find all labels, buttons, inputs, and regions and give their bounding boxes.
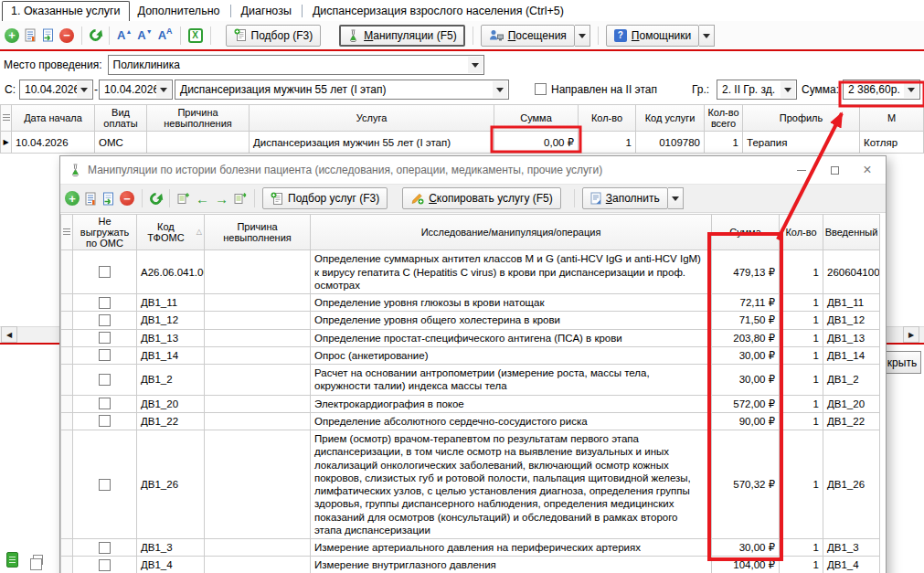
omit-oms-checkbox[interactable] xyxy=(99,266,111,278)
scroll-right-button[interactable]: ▶ xyxy=(903,326,919,343)
col-header[interactable]: Сумма xyxy=(494,105,579,132)
manipulation-row[interactable]: ДВ1_20 Электрокардиография в покое 572,0… xyxy=(60,396,880,413)
col-header[interactable]: Услуга xyxy=(250,105,494,132)
delete-icon[interactable]: − xyxy=(59,28,74,43)
save-icon[interactable] xyxy=(101,192,114,206)
arrow-left-icon[interactable]: ← xyxy=(196,192,209,206)
visits-dropdown-button[interactable] xyxy=(575,25,590,47)
col-header[interactable]: Кол-во всего xyxy=(705,105,743,132)
visits-button[interactable]: Посещения xyxy=(481,25,575,47)
service-row[interactable]: ▶ 10.04.2026 ОМС Диспансеризация мужчин … xyxy=(0,132,924,154)
manipulation-row[interactable]: ДВ1_22 Определение абсолютного сердечно-… xyxy=(60,413,880,430)
manipulation-row[interactable]: ДВ1_14 Опрос (анкетирование) 30,00 ₽ 1 Д… xyxy=(60,347,880,365)
tab-additional[interactable]: Дополнительно xyxy=(130,2,228,21)
col-header-sorted[interactable]: Код ТФОМС△ xyxy=(137,215,205,250)
manipulation-row[interactable]: ДВ1_12 Определение уровня общего холесте… xyxy=(60,312,880,329)
add-icon[interactable]: + xyxy=(65,191,80,206)
maximize-button[interactable] xyxy=(818,157,851,183)
minimize-button[interactable] xyxy=(785,157,818,183)
refresh-icon[interactable] xyxy=(87,27,103,43)
chevron-down-icon[interactable] xyxy=(156,81,171,98)
omit-oms-checkbox[interactable] xyxy=(99,349,111,361)
close-button[interactable]: × xyxy=(851,157,884,183)
col-header[interactable]: Исследование/манипуляция/операция xyxy=(311,215,712,250)
group-combobox[interactable]: 2. II Гр. зд. xyxy=(717,80,797,100)
col-header[interactable]: Дата начала xyxy=(12,105,95,132)
notebook-icon[interactable] xyxy=(6,552,18,568)
tab-services[interactable]: 1. Оказанные услуги xyxy=(2,1,130,21)
edit-icon[interactable] xyxy=(85,192,96,206)
helpers-dropdown-button[interactable] xyxy=(699,25,715,47)
helpers-button[interactable]: ? Помощники xyxy=(606,25,699,47)
manipulation-row[interactable]: ДВ1_2 Расчет на основании антропометрии … xyxy=(60,365,880,396)
col-header[interactable]: Кол-во xyxy=(780,215,823,250)
chevron-down-icon[interactable] xyxy=(904,81,919,98)
refresh-icon[interactable] xyxy=(147,190,164,207)
col-header[interactable]: Вид оплаты xyxy=(95,105,147,132)
col-header[interactable]: М xyxy=(860,105,924,132)
col-header[interactable]: Код услуги xyxy=(636,105,705,132)
omit-oms-checkbox[interactable] xyxy=(99,332,111,344)
omit-oms-checkbox[interactable] xyxy=(99,415,111,427)
excel-export-icon[interactable]: X xyxy=(188,28,203,43)
tab-diagnoses[interactable]: Диагнозы xyxy=(233,2,300,21)
sum-combobox[interactable]: 2 386,60р. xyxy=(843,80,920,100)
font-shrink-icon[interactable]: A▼ xyxy=(137,29,152,41)
fill-dropdown-button[interactable] xyxy=(668,187,684,209)
col-header[interactable]: Профиль xyxy=(743,105,860,132)
cell-profile: Терапия xyxy=(743,132,860,154)
copy-service-button[interactable]: Скопировать услугу (F5) xyxy=(402,187,561,209)
place-combobox[interactable]: Поликлиника xyxy=(108,55,484,75)
omit-oms-checkbox[interactable] xyxy=(99,374,111,386)
omit-oms-checkbox[interactable] xyxy=(99,559,111,571)
col-header[interactable]: Причина невыполнения xyxy=(147,105,250,132)
omit-oms-checkbox[interactable] xyxy=(99,542,111,554)
col-header[interactable]: Не выгружать по ОМС xyxy=(73,215,137,250)
manipulation-row[interactable]: ДВ1_13 Определение простат-специфическог… xyxy=(60,330,880,347)
manipulation-row[interactable]: ДВ1_4 Измерение внутриглазного давления … xyxy=(60,557,880,573)
tab-dispensarization[interactable]: Диспансеризация взрослого населения (Ctr… xyxy=(304,2,572,21)
omit-oms-checkbox[interactable] xyxy=(99,314,111,326)
omit-oms-checkbox[interactable] xyxy=(99,398,111,409)
col-header[interactable]: Кол-во xyxy=(579,105,636,132)
copy-windows-icon[interactable] xyxy=(33,555,43,565)
save-icon[interactable] xyxy=(41,28,54,42)
move-from-list-icon[interactable] xyxy=(234,192,247,205)
manipulations-dialog: Манипуляции по истории болезни пациента … xyxy=(59,155,887,573)
edit-icon[interactable] xyxy=(25,28,36,42)
row-selector xyxy=(61,294,73,312)
delete-icon[interactable]: − xyxy=(120,191,134,206)
chevron-down-icon[interactable] xyxy=(77,81,91,98)
add-icon[interactable]: + xyxy=(5,28,19,43)
fill-button[interactable]: Заполнить xyxy=(582,187,668,209)
manipulation-row[interactable]: ДВ1_3 Измерение артериального давления н… xyxy=(60,539,880,557)
col-header[interactable]: Введенный xyxy=(823,215,880,250)
manipulations-button[interactable]: Манипуляции (F5) xyxy=(339,25,465,47)
stage2-checkbox[interactable] xyxy=(535,83,547,95)
grid-menu-icon[interactable] xyxy=(63,228,70,237)
omit-oms-checkbox[interactable] xyxy=(99,479,111,491)
podbor-uslug-button[interactable]: Подбор услуг (F3) xyxy=(262,187,388,209)
manipulation-row[interactable]: ДВ1_11 Определение уровня глюкозы в кров… xyxy=(60,294,880,312)
cell-medworker: Котляр xyxy=(860,132,924,154)
chevron-down-icon[interactable] xyxy=(493,81,507,98)
move-to-list-icon[interactable] xyxy=(177,192,190,205)
grid-menu-icon[interactable] xyxy=(3,114,10,122)
manipulation-row[interactable]: А26.06.041.002 Определение суммарных ант… xyxy=(60,250,880,294)
font-enlarge-icon[interactable]: A▲ xyxy=(117,29,132,41)
chevron-down-icon[interactable] xyxy=(781,81,795,98)
omit-oms-checkbox[interactable] xyxy=(99,297,111,309)
col-header[interactable]: Сумма xyxy=(712,215,780,250)
service-combobox[interactable]: Диспансеризация мужчин 55 лет (I этап) xyxy=(175,80,509,100)
arrow-right-icon[interactable]: → xyxy=(215,192,228,206)
font-reset-icon[interactable]: AA xyxy=(158,29,173,41)
date-to-picker[interactable]: 10.04.2026 xyxy=(99,80,173,100)
date-from-picker[interactable]: 10.04.2026 xyxy=(19,80,93,100)
chevron-down-icon[interactable] xyxy=(468,57,483,73)
dialog-titlebar[interactable]: Манипуляции по истории болезни пациента … xyxy=(60,156,886,184)
podbor-button[interactable]: Подбор (F3) xyxy=(226,25,322,47)
scroll-left-button[interactable]: ◀ xyxy=(1,326,17,343)
partially-hidden-button[interactable]: крыть xyxy=(883,351,921,374)
manipulation-row[interactable]: ДВ1_26 Прием (осмотр) врачом-терапевтом … xyxy=(60,430,880,539)
col-header[interactable]: Причина невыполнения xyxy=(205,215,311,250)
